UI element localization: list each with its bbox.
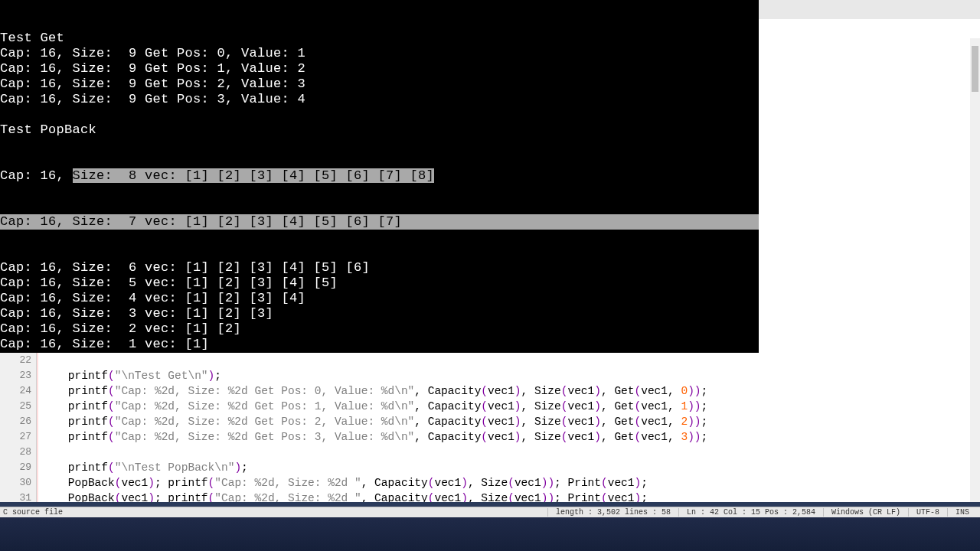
code-line: printf("Cap: %2d, Size: %2d Get Pos: 1, … bbox=[41, 399, 980, 414]
term-line: Cap: 16, Size: 5 vec: [1] [2] [3] [4] [5… bbox=[0, 276, 759, 291]
line-number: 24 bbox=[0, 383, 31, 399]
term-line: Cap: 16, Size: 4 vec: [1] [2] [3] [4] bbox=[0, 291, 759, 306]
code-line bbox=[41, 353, 980, 368]
taskbar[interactable] bbox=[0, 517, 980, 551]
code-line: PopBack(vec1); printf("Cap: %2d, Size: %… bbox=[41, 491, 980, 502]
term-line: Test Get bbox=[0, 31, 759, 46]
term-line: Cap: 16, Size: 9 Get Pos: 0, Value: 1 bbox=[0, 46, 759, 61]
term-line: Cap: 16, Size: 2 vec: [1] [2] bbox=[0, 321, 759, 337]
term-line: Test PopBack bbox=[0, 122, 759, 138]
term-line: Cap: 16, Size: 9 Get Pos: 2, Value: 3 bbox=[0, 77, 759, 92]
line-number: 22 bbox=[0, 353, 31, 368]
scrollbar-vertical[interactable] bbox=[970, 38, 980, 372]
code-line: printf("\nTest Get\n"); bbox=[41, 368, 980, 383]
side-panel bbox=[759, 0, 980, 353]
line-number: 27 bbox=[0, 429, 31, 445]
code-line: PopBack(vec1); printf("Cap: %2d, Size: %… bbox=[41, 475, 980, 491]
code-line: printf("\nTest PopBack\n"); bbox=[41, 460, 980, 475]
status-eol: Windows (CR LF) bbox=[823, 508, 908, 517]
line-number: 25 bbox=[0, 399, 31, 414]
code-line: printf("Cap: %2d, Size: %2d Get Pos: 3, … bbox=[41, 429, 980, 445]
line-number-gutter: 22232425262728293031 bbox=[0, 353, 37, 502]
line-number: 29 bbox=[0, 460, 31, 475]
term-line-highlight: Cap: 16, Size: 7 vec: [1] [2] [3] [4] [5… bbox=[0, 214, 759, 230]
code-line: printf("Cap: %2d, Size: %2d Get Pos: 2, … bbox=[41, 414, 980, 429]
status-filetype: C source file bbox=[3, 508, 63, 517]
term-line: Cap: 16, Size: 6 vec: [1] [2] [3] [4] [5… bbox=[0, 260, 759, 276]
editor-scrollbar[interactable] bbox=[970, 353, 980, 502]
term-line: Cap: 16, Size: 1 vec: [1] bbox=[0, 337, 759, 352]
code-line bbox=[41, 445, 980, 460]
line-number: 23 bbox=[0, 368, 31, 383]
term-line: Cap: 16, Size: 9 Get Pos: 1, Value: 2 bbox=[0, 61, 759, 77]
status-length: length : 3,502 lines : 58 bbox=[547, 508, 678, 517]
line-number: 28 bbox=[0, 445, 31, 460]
term-line: Cap: 16, bbox=[0, 168, 73, 183]
margin-guide bbox=[37, 353, 38, 502]
line-number: 30 bbox=[0, 475, 31, 491]
status-mode: INS bbox=[947, 508, 977, 517]
term-line: Cap: 16, Size: 9 Get Pos: 3, Value: 4 bbox=[0, 92, 759, 107]
line-number: 26 bbox=[0, 414, 31, 429]
term-line-highlight: Size: 8 vec: [1] [2] [3] [4] [5] [6] [7]… bbox=[73, 168, 435, 183]
term-line bbox=[0, 107, 759, 122]
status-encoding: UTF-8 bbox=[908, 508, 947, 517]
status-position: Ln : 42 Col : 15 Pos : 2,584 bbox=[678, 508, 823, 517]
code-content[interactable]: printf("\nTest Get\n"); printf("Cap: %2d… bbox=[37, 353, 980, 502]
term-line: Cap: 16, Size: 3 vec: [1] [2] [3] bbox=[0, 306, 759, 321]
status-bar: C source file length : 3,502 lines : 58 … bbox=[0, 507, 980, 517]
code-editor[interactable]: 22232425262728293031 printf("\nTest Get\… bbox=[0, 353, 980, 502]
line-number: 31 bbox=[0, 491, 31, 506]
code-line: printf("Cap: %2d, Size: %2d Get Pos: 0, … bbox=[41, 383, 980, 399]
